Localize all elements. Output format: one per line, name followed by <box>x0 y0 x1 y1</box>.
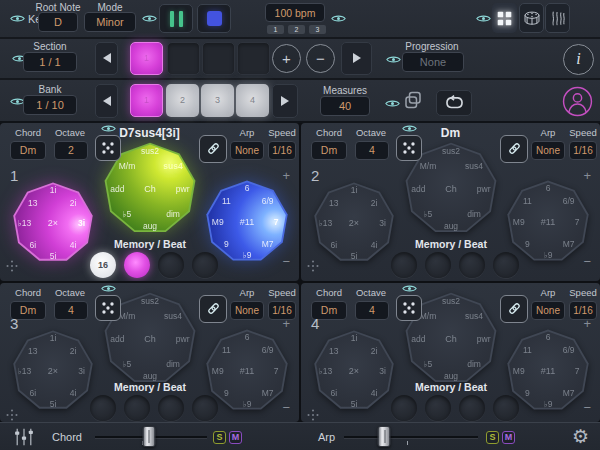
pad-extensions[interactable]: 66/97M7♭99M911#11 <box>204 328 290 414</box>
memory-slot-4[interactable] <box>192 252 218 278</box>
memory-slot-3[interactable] <box>158 395 184 421</box>
zoom-out-minus[interactable]: − <box>583 401 591 414</box>
zoom-in-plus[interactable]: + <box>583 169 591 182</box>
panel-octave-select[interactable]: 4 <box>355 141 389 160</box>
panel-octave-select[interactable]: 4 <box>355 301 389 320</box>
section-add-button[interactable]: + <box>272 44 301 73</box>
section-counter[interactable]: 1 / 1 <box>23 52 77 72</box>
section-slot-3[interactable] <box>202 42 235 75</box>
panel-eye-icon[interactable] <box>101 284 116 293</box>
pause-button[interactable] <box>159 4 193 33</box>
strings-view-button[interactable] <box>545 3 570 33</box>
bank-slot-1[interactable]: 1 <box>130 84 163 117</box>
bank-slot-3[interactable]: 3 <box>201 84 234 117</box>
mode-select[interactable]: Minor <box>84 12 136 32</box>
account-button[interactable] <box>562 86 593 121</box>
panel-arp-select[interactable]: None <box>230 301 264 320</box>
pad-extensions[interactable]: 66/97M7♭99M911#11 <box>505 328 591 414</box>
panel-eye-icon[interactable] <box>402 284 417 293</box>
measures-eye-icon[interactable] <box>385 99 400 108</box>
bpm-display[interactable]: 100 bpm <box>265 3 325 22</box>
zoom-out-minus[interactable]: − <box>583 255 591 268</box>
section-slot-4[interactable] <box>237 42 270 75</box>
memory-slot-3[interactable] <box>459 252 485 278</box>
pad-move-icon[interactable] <box>307 258 319 276</box>
panel-arp-select[interactable]: None <box>230 141 264 160</box>
pad-extensions[interactable]: 66/97M7♭99M911#11 <box>505 179 591 265</box>
panel-speed-select[interactable]: 1/16 <box>569 301 597 320</box>
chord-slider[interactable] <box>95 423 207 450</box>
chord-slider-handle[interactable] <box>142 426 155 447</box>
link-button[interactable] <box>199 295 227 323</box>
zoom-out-minus[interactable]: − <box>282 401 290 414</box>
link-button[interactable] <box>500 135 528 163</box>
mixer-icon[interactable] <box>13 427 35 450</box>
arp-mute-button[interactable]: M <box>502 431 515 444</box>
panel-chord-select[interactable]: Dm <box>311 141 347 160</box>
pad-extensions[interactable]: 66/97M7♭99M911#11 <box>204 179 290 265</box>
bank-prev-button[interactable] <box>95 84 118 118</box>
measures-value[interactable]: 40 <box>320 96 370 116</box>
pad-move-icon[interactable] <box>6 258 18 276</box>
progression-select[interactable]: None <box>402 52 464 72</box>
info-button[interactable]: i <box>563 44 594 75</box>
transport-eye-icon[interactable] <box>142 14 157 23</box>
arp-slider[interactable] <box>344 423 478 450</box>
settings-gear-icon[interactable]: ⚙ <box>572 427 589 446</box>
bpm-eye-icon[interactable] <box>331 14 346 23</box>
pad-intervals[interactable]: 1i2i3i4i5i6i♭13132× <box>11 329 95 413</box>
drum-view-button[interactable] <box>519 3 544 33</box>
memory-slot-3[interactable] <box>158 252 184 278</box>
memory-slot-1[interactable] <box>90 395 116 421</box>
zoom-out-minus[interactable]: − <box>282 255 290 268</box>
pad-intervals[interactable]: 1i2i3i4i5i6i♭13132× <box>312 329 396 413</box>
randomize-dice-button[interactable] <box>396 135 422 161</box>
bpm-preset-1[interactable]: 1 <box>267 25 284 34</box>
panel-speed-select[interactable]: 1/16 <box>268 141 296 160</box>
section-slot-2[interactable] <box>167 42 200 75</box>
memory-slot-1[interactable]: 16 <box>90 252 116 278</box>
grid-view-button[interactable] <box>492 3 517 33</box>
panel-eye-icon[interactable] <box>402 124 417 133</box>
memory-slot-4[interactable] <box>493 395 519 421</box>
pad-move-icon[interactable] <box>307 407 319 422</box>
bank-slot-2[interactable]: 2 <box>166 84 199 117</box>
panel-eye-icon[interactable] <box>101 124 116 133</box>
panel-speed-select[interactable]: 1/16 <box>268 301 296 320</box>
pad-intervals[interactable]: 1i2i3i4i5i6i♭13132× <box>11 181 95 265</box>
root-note-select[interactable]: D <box>38 12 78 32</box>
zoom-in-plus[interactable]: + <box>282 169 290 182</box>
stop-button[interactable] <box>197 4 231 33</box>
memory-slot-2[interactable] <box>124 252 150 278</box>
memory-slot-1[interactable] <box>391 252 417 278</box>
link-button[interactable] <box>199 135 227 163</box>
bank-counter[interactable]: 1 / 10 <box>23 95 77 115</box>
panel-octave-select[interactable]: 4 <box>54 301 88 320</box>
memory-slot-4[interactable] <box>493 252 519 278</box>
pad-move-icon[interactable] <box>6 407 18 422</box>
bpm-preset-3[interactable]: 3 <box>309 25 326 34</box>
panel-arp-select[interactable]: None <box>531 141 565 160</box>
panel-chord-select[interactable]: Dm <box>10 141 46 160</box>
chord-mute-button[interactable]: M <box>229 431 242 444</box>
bank-next-button[interactable] <box>272 84 298 118</box>
progression-eye-icon[interactable] <box>386 55 401 64</box>
memory-slot-2[interactable] <box>425 252 451 278</box>
pad-intervals[interactable]: 1i2i3i4i5i6i♭13132× <box>312 181 396 265</box>
randomize-dice-button[interactable] <box>396 295 422 321</box>
randomize-dice-button[interactable] <box>95 295 121 321</box>
memory-slot-2[interactable] <box>124 395 150 421</box>
panel-octave-select[interactable]: 2 <box>54 141 88 160</box>
copy-button[interactable] <box>403 90 423 114</box>
memory-slot-3[interactable] <box>459 395 485 421</box>
section-remove-button[interactable]: − <box>306 44 335 73</box>
loop-button[interactable] <box>436 90 472 116</box>
section-slot-1[interactable]: 1 <box>130 42 163 75</box>
memory-slot-1[interactable] <box>391 395 417 421</box>
arp-solo-button[interactable]: S <box>486 431 499 444</box>
key-visibility-eye-icon[interactable] <box>10 14 25 23</box>
memory-slot-4[interactable] <box>192 395 218 421</box>
section-next-button[interactable] <box>341 42 372 75</box>
randomize-dice-button[interactable] <box>95 135 121 161</box>
arp-slider-handle[interactable] <box>378 426 391 447</box>
